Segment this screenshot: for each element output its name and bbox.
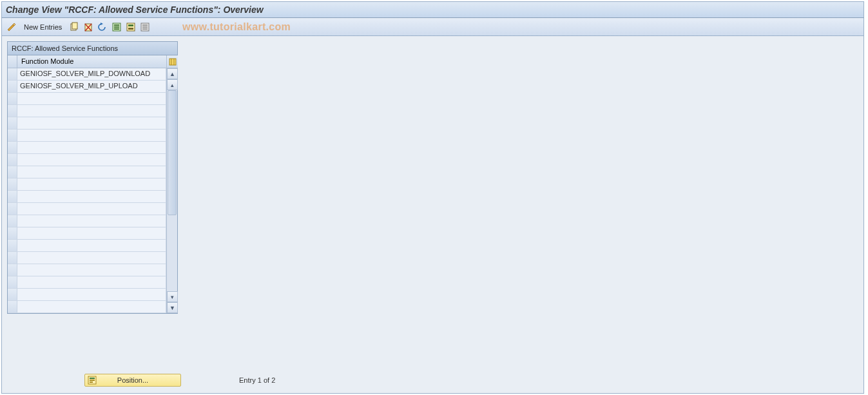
table-row [8,154,166,166]
svg-rect-22 [90,380,95,381]
scroll-down-icon[interactable]: ▾ [167,291,178,302]
row-selector[interactable] [8,105,17,117]
function-module-cell[interactable] [17,178,166,190]
svg-rect-7 [114,24,119,26]
scroll-down-bottom-icon[interactable]: ▼ [167,302,178,313]
row-selector[interactable] [8,289,17,300]
table-row [8,240,166,252]
vertical-scrollbar[interactable] [167,90,177,291]
table-row [8,178,166,191]
delete-icon[interactable] [82,21,94,33]
table-row [8,215,166,227]
row-selector[interactable] [8,252,17,264]
scroll-up-top-icon[interactable]: ▲ [167,68,178,79]
row-selector[interactable] [8,301,17,313]
function-module-cell[interactable] [17,289,166,300]
table-row [8,130,166,142]
table-right-column: ▲ ▴ ▾ ▼ [166,55,177,313]
function-module-cell[interactable]: GENIOSF_SOLVER_MILP_DOWNLOAD [17,68,166,80]
scroll-up-icon[interactable]: ▴ [167,79,178,90]
function-module-cell[interactable]: GENIOSF_SOLVER_MILP_UPLOAD [17,81,166,92]
column-header-function-module[interactable]: Function Module [17,55,166,68]
position-icon [88,376,97,385]
row-selector[interactable] [8,191,17,202]
row-selector[interactable] [8,215,17,227]
svg-rect-11 [128,24,133,26]
svg-rect-10 [127,23,135,31]
function-module-cell[interactable] [17,191,166,202]
footer-row: Position... Entry 1 of 2 [7,372,858,388]
function-module-cell[interactable] [17,117,166,129]
svg-rect-15 [142,26,148,28]
select-all-icon[interactable] [111,21,122,33]
position-button[interactable]: Position... [84,374,181,387]
function-module-cell[interactable] [17,264,166,276]
function-module-cell[interactable] [17,227,166,239]
svg-rect-9 [114,28,119,30]
table-row: GENIOSF_SOLVER_MILP_DOWNLOAD [8,68,166,81]
row-selector[interactable] [8,264,17,276]
row-selector[interactable] [8,68,17,80]
function-module-cell[interactable] [17,142,166,153]
function-module-cell[interactable] [17,93,166,104]
function-module-cell[interactable] [17,154,166,166]
row-selector[interactable] [8,203,17,215]
row-selector[interactable] [8,117,17,129]
table-settings-icon[interactable] [167,55,178,68]
function-module-cell[interactable] [17,252,166,264]
row-selector[interactable] [8,142,17,153]
row-selector[interactable] [8,240,17,251]
table-row [8,166,166,178]
row-selector[interactable] [8,154,17,166]
table-row [8,117,166,130]
function-module-cell[interactable] [17,130,166,141]
svg-rect-8 [114,26,119,28]
svg-rect-23 [90,381,93,383]
row-selector[interactable] [8,166,17,178]
column-header-row: Function Module [8,55,166,68]
change-display-icon[interactable] [6,21,17,33]
function-module-cell[interactable] [17,240,166,251]
function-module-cell[interactable] [17,105,166,117]
row-selector[interactable] [8,130,17,141]
row-selector[interactable] [8,276,17,288]
svg-rect-16 [142,28,148,30]
svg-marker-5 [101,23,103,25]
table-row [8,252,166,264]
undo-icon[interactable] [97,21,108,33]
svg-rect-17 [169,59,176,65]
table-row [8,227,166,240]
function-module-cell[interactable] [17,276,166,288]
function-module-cell[interactable] [17,301,166,313]
deselect-all-icon[interactable] [139,21,151,33]
entry-count-text: Entry 1 of 2 [239,376,275,384]
table-row [8,301,166,313]
select-all-rows[interactable] [8,55,17,68]
table-grid: Function Module GENIOSF_SOLVER_MILP_DOWN… [8,55,177,313]
svg-rect-21 [90,378,95,379]
table-row [8,289,166,301]
position-button-label: Position... [117,376,148,384]
select-block-icon[interactable] [125,21,137,33]
svg-rect-14 [142,24,148,26]
table-row: GENIOSF_SOLVER_MILP_UPLOAD [8,81,166,93]
row-selector[interactable] [8,81,17,92]
row-selector[interactable] [8,93,17,104]
new-entries-button[interactable]: New Entries [20,22,66,32]
function-module-cell[interactable] [17,203,166,215]
table-row [8,276,166,289]
row-selector[interactable] [8,227,17,239]
copy-icon[interactable] [68,21,80,33]
function-module-cell[interactable] [17,215,166,227]
table-row [8,203,166,215]
table-panel: RCCF: Allowed Service Functions Function… [7,41,178,314]
scrollbar-thumb[interactable] [168,90,177,215]
table-row [8,191,166,203]
page-title-bar: Change View "RCCF: Allowed Service Funct… [1,1,864,18]
function-module-cell[interactable] [17,166,166,178]
table-row [8,264,166,276]
table-panel-title: RCCF: Allowed Service Functions [8,42,177,55]
svg-rect-12 [128,28,133,30]
watermark-text: www.tutorialkart.com [182,21,291,33]
row-selector[interactable] [8,178,17,190]
